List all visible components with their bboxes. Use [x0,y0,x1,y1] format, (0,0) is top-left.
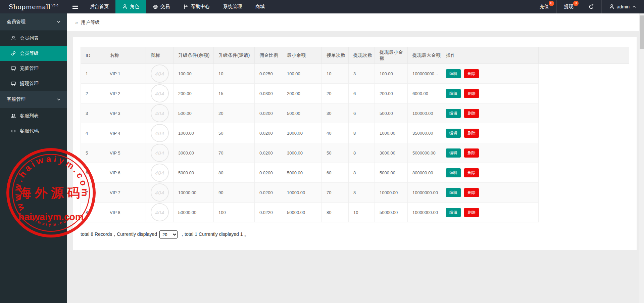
delete-button[interactable]: 删除 [464,69,479,78]
cell-min-balance: 100.00 [282,64,322,84]
cell-filler [539,84,629,103]
cell-withdraw-max: 100000000... [408,64,441,84]
edit-button[interactable]: 编辑 [446,109,461,118]
nav-item-system-management[interactable]: 系统管理 [216,0,249,13]
cell-withdraw-max: 10000000.00 [408,183,441,203]
cell-actions: 编辑删除 [441,163,539,183]
cell-filler [539,183,629,203]
nav-item-label: 充值 [540,4,549,10]
cell-withdraw-max: 800000.00 [408,163,441,183]
cell-order-count: 40 [322,123,349,143]
edit-button[interactable]: 编辑 [446,148,461,158]
refresh-button[interactable] [581,0,601,13]
cell-upgrade-invite: 15 [214,84,255,103]
cell-commission-rate: 0.0220 [255,203,282,222]
col-name: 名称 [105,47,146,64]
breadcrumb: » 用户等级 [67,13,639,31]
sidebar-item-label: 会员等级 [20,50,39,56]
sidebar: 会员管理 会员列表 会员等级 充值管理 提现管理 客服管理 客服列表 客服代码 [0,13,67,303]
table-row: 6VIP 64045000.00800.02005000.006085000.0… [81,163,629,183]
edit-button[interactable]: 编辑 [446,129,461,138]
cell-min-balance: 5000.00 [282,163,322,183]
nav-item-roles[interactable]: 角色 [115,0,146,13]
edit-button[interactable]: 编辑 [446,188,461,197]
display-icon [11,66,16,71]
display-icon [11,81,16,86]
nav-item-trade[interactable]: 交易 [146,0,177,13]
cell-actions: 编辑删除 [441,123,539,143]
cell-withdraw-min: 3000.00 [375,143,408,163]
col-commission-rate: 佣金比例 [255,47,282,64]
edit-button[interactable]: 编辑 [446,69,461,78]
table-row: 1VIP 1404100.00100.0250100.00103100.0010… [81,64,629,84]
edit-button[interactable]: 编辑 [446,89,461,98]
sidebar-item-withdraw-management[interactable]: 提现管理 [0,76,67,91]
cell-icon: 404 [146,163,174,183]
col-withdraw-max: 提现最大金额 [408,47,441,64]
cell-icon: 404 [146,64,174,84]
col-order-count: 接单次数 [322,47,349,64]
nav-item-withdraw[interactable]: 提现 0 [556,0,581,13]
cell-upgrade-invite: 100 [214,203,255,222]
sidebar-section-service-management[interactable]: 客服管理 [0,91,67,108]
nav-item-label: 帮助中心 [191,4,210,10]
sidebar-section-label: 会员管理 [7,19,26,25]
cell-icon: 404 [146,84,174,103]
nav-item-help-center[interactable]: 帮助中心 [177,0,216,13]
sidebar-item-label: 会员列表 [20,35,39,41]
cell-min-balance: 10000.00 [282,183,322,203]
sidebar-item-service-list[interactable]: 客服列表 [0,108,67,123]
nav-item-recharge[interactable]: 充值 0 [532,0,556,13]
nav-item-dashboard[interactable]: 后台首页 [83,0,115,13]
cell-name: VIP 2 [105,84,146,103]
sidebar-item-recharge-management[interactable]: 充值管理 [0,61,67,76]
cell-id: 3 [81,103,105,123]
col-upgrade-invite: 升级条件(邀请) [214,47,255,64]
scrollbar-track[interactable] [639,13,644,303]
breadcrumb-arrows: » [75,19,78,25]
cell-commission-rate: 0.0250 [255,64,282,84]
cell-id: 2 [81,84,105,103]
cell-min-balance: 200.00 [282,84,322,103]
delete-button[interactable]: 删除 [464,208,479,217]
cell-commission-rate: 0.0300 [255,84,282,103]
delete-button[interactable]: 删除 [464,188,479,197]
recharge-badge: 0 [549,1,554,6]
page-size-select[interactable]: 20 [159,230,178,239]
sidebar-item-member-level[interactable]: 会员等级 [0,46,67,61]
sidebar-section-label: 客服管理 [7,96,26,102]
sidebar-item-service-code[interactable]: 客服代码 [0,123,67,138]
nav-item-mall[interactable]: 商城 [249,0,271,13]
sidebar-item-label: 提现管理 [20,81,39,87]
user-menu[interactable]: admin [601,0,644,13]
delete-button[interactable]: 删除 [464,89,479,98]
cell-actions: 编辑删除 [441,203,539,222]
nav-item-label: 交易 [160,4,170,10]
nav-item-label: 提现 [564,4,574,10]
sidebar-toggle-button[interactable] [67,0,83,13]
cell-min-balance: 50000.00 [282,203,322,222]
user-icon [11,36,16,41]
delete-button[interactable]: 删除 [464,168,479,177]
scrollbar-thumb[interactable] [640,15,644,49]
records-summary: total 8 Records，Currently displayed [81,231,157,237]
cell-icon: 404 [146,123,174,143]
col-filler [539,47,629,64]
cell-icon: 404 [146,203,174,222]
cell-withdraw-min: 5000.00 [375,163,408,183]
table-header-row: ID 名称 图标 升级条件(余额) 升级条件(邀请) 佣金比例 最小余额 接单次… [81,47,629,64]
sidebar-item-label: 客服代码 [20,128,39,134]
sidebar-item-member-list[interactable]: 会员列表 [0,31,67,46]
cell-withdraw-count: 8 [349,183,375,203]
sidebar-section-member-management[interactable]: 会员管理 [0,13,67,31]
cell-withdraw-count: 8 [349,123,375,143]
delete-button[interactable]: 删除 [464,109,479,118]
cell-name: VIP 7 [105,183,146,203]
edit-button[interactable]: 编辑 [446,208,461,217]
delete-button[interactable]: 删除 [464,129,479,138]
delete-button[interactable]: 删除 [464,148,479,158]
cell-upgrade-balance: 10000.00 [174,183,214,203]
cell-upgrade-invite: 50 [214,123,255,143]
edit-button[interactable]: 编辑 [446,168,461,177]
cell-withdraw-min: 10000.00 [375,183,408,203]
